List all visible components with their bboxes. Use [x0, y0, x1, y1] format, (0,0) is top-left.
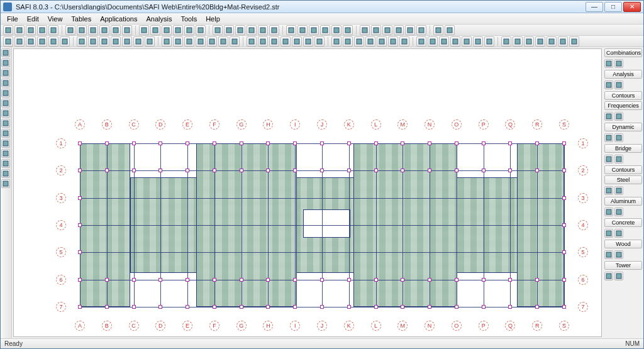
- slab-opening[interactable]: [303, 209, 350, 238]
- toolbar2-btn-5[interactable]: [60, 36, 70, 47]
- node-L2[interactable]: [374, 169, 378, 172]
- panel-bridge-icon-0[interactable]: [604, 155, 613, 163]
- toolbar1-btn-25[interactable]: [309, 25, 319, 35]
- node-K1[interactable]: [347, 141, 351, 145]
- toolbar2-btn-2[interactable]: [26, 36, 36, 47]
- node-G6[interactable]: [240, 278, 243, 282]
- toolbar2-btn-3[interactable]: [37, 36, 47, 47]
- toolbar2-btn-8[interactable]: [99, 36, 109, 47]
- left-tool-7[interactable]: [1, 119, 10, 128]
- node-D2[interactable]: [158, 169, 162, 172]
- toolbar1-btn-6[interactable]: [77, 25, 87, 35]
- toolbar2-btn-47[interactable]: [569, 36, 579, 47]
- toolbar1-btn-35[interactable]: [433, 25, 443, 35]
- panel-aluminum-icon-1[interactable]: [614, 208, 623, 216]
- node-F2[interactable]: [213, 169, 216, 172]
- panel-dynamic-icon-0[interactable]: [604, 133, 613, 142]
- toolbar1-btn-27[interactable]: [331, 25, 341, 35]
- panel-analysis-icon-0[interactable]: [604, 80, 613, 89]
- node-F7[interactable]: [213, 305, 216, 309]
- toolbar2-btn-6[interactable]: [77, 36, 87, 47]
- panel-wood-10[interactable]: Wood: [604, 240, 642, 248]
- toolbar1-btn-11[interactable]: [139, 25, 149, 35]
- node-A2[interactable]: [78, 169, 82, 172]
- node-I2[interactable]: [293, 169, 297, 172]
- panel-tower-icon-1[interactable]: [614, 272, 623, 280]
- toolbar2-btn-14[interactable]: [173, 36, 183, 47]
- toolbar1-btn-23[interactable]: [286, 25, 296, 35]
- toolbar1-btn-15[interactable]: [184, 25, 194, 35]
- node-S1[interactable]: [562, 141, 566, 145]
- panel-contours-2[interactable]: Contours: [604, 91, 642, 100]
- toolbar2-btn-44[interactable]: [535, 36, 545, 47]
- node-D1[interactable]: [158, 141, 162, 145]
- panel-tower-11[interactable]: Tower: [604, 261, 642, 270]
- left-tool-5[interactable]: [1, 99, 10, 108]
- node-L6[interactable]: [374, 278, 378, 282]
- menu-file[interactable]: File: [3, 14, 22, 23]
- node-P1[interactable]: [482, 141, 486, 145]
- toolbar1-btn-19[interactable]: [235, 25, 245, 35]
- toolbar1-btn-1[interactable]: [14, 25, 25, 35]
- panel-aluminum-icon-0[interactable]: [604, 208, 613, 216]
- toolbar1-btn-22[interactable]: [269, 25, 279, 35]
- toolbar1-btn-34[interactable]: [416, 25, 426, 35]
- node-H2[interactable]: [266, 169, 270, 172]
- panel-concrete-9[interactable]: Concrete: [604, 218, 642, 227]
- node-O6[interactable]: [455, 278, 458, 282]
- toolbar2-btn-0[interactable]: [3, 36, 13, 47]
- panel-steel-icon-0[interactable]: [604, 186, 613, 195]
- toolbar2-btn-30[interactable]: [365, 36, 375, 47]
- node-R1[interactable]: [535, 141, 539, 145]
- panel-bridge-5[interactable]: Bridge: [604, 144, 642, 153]
- node-J1[interactable]: [320, 141, 324, 145]
- panel-dynamic-icon-1[interactable]: [614, 133, 623, 142]
- toolbar2-btn-43[interactable]: [524, 36, 534, 47]
- left-tool-4[interactable]: [1, 89, 10, 97]
- toolbar1-btn-17[interactable]: [213, 25, 223, 35]
- node-I1[interactable]: [293, 141, 297, 145]
- node-A4[interactable]: [78, 223, 82, 227]
- titlebar[interactable]: SAFI 8.0.3 - C:\Users\dlangis\Documents\…: [1, 1, 643, 13]
- panel-contours-6[interactable]: Contours: [604, 165, 642, 174]
- toolbar2-btn-19[interactable]: [230, 36, 240, 47]
- left-tool-8[interactable]: [1, 129, 10, 138]
- toolbar1-btn-18[interactable]: [224, 25, 234, 35]
- node-J7[interactable]: [320, 305, 324, 309]
- node-F6[interactable]: [213, 278, 216, 282]
- panel-steel-icon-1[interactable]: [614, 186, 623, 195]
- node-O2[interactable]: [455, 169, 458, 172]
- node-R7[interactable]: [535, 305, 539, 309]
- node-B6[interactable]: [105, 278, 109, 282]
- panel-bridge-icon-1[interactable]: [614, 155, 623, 163]
- toolbar2-btn-38[interactable]: [462, 36, 472, 47]
- panel-frequencies-icon-1[interactable]: [614, 112, 623, 121]
- node-G2[interactable]: [240, 169, 243, 172]
- left-tool-10[interactable]: [1, 149, 10, 158]
- toolbar2-btn-28[interactable]: [343, 36, 353, 47]
- toolbar2-btn-20[interactable]: [247, 36, 257, 47]
- toolbar1-btn-8[interactable]: [99, 25, 109, 35]
- node-E6[interactable]: [186, 278, 189, 282]
- toolbar2-btn-29[interactable]: [354, 36, 364, 47]
- toolbar1-btn-14[interactable]: [173, 25, 183, 35]
- menu-tables[interactable]: Tables: [67, 14, 95, 23]
- toolbar1-btn-2[interactable]: [26, 25, 36, 35]
- node-S2[interactable]: [562, 169, 566, 172]
- node-E7[interactable]: [186, 305, 189, 309]
- node-A1[interactable]: [78, 141, 82, 145]
- node-H7[interactable]: [266, 305, 270, 309]
- toolbar2-btn-37[interactable]: [450, 36, 460, 47]
- node-N6[interactable]: [428, 278, 431, 282]
- toolbar2-btn-40[interactable]: [484, 36, 494, 47]
- toolbar2-btn-34[interactable]: [416, 36, 426, 47]
- node-H1[interactable]: [266, 141, 270, 145]
- node-M6[interactable]: [401, 278, 404, 282]
- minimize-button[interactable]: —: [586, 2, 603, 12]
- toolbar2-btn-4[interactable]: [48, 36, 58, 47]
- toolbar2-btn-13[interactable]: [162, 36, 172, 47]
- toolbar2-btn-12[interactable]: [145, 36, 155, 47]
- panel-concrete-icon-1[interactable]: [614, 229, 623, 238]
- node-B7[interactable]: [105, 305, 109, 309]
- toolbar1-btn-5[interactable]: [65, 25, 75, 35]
